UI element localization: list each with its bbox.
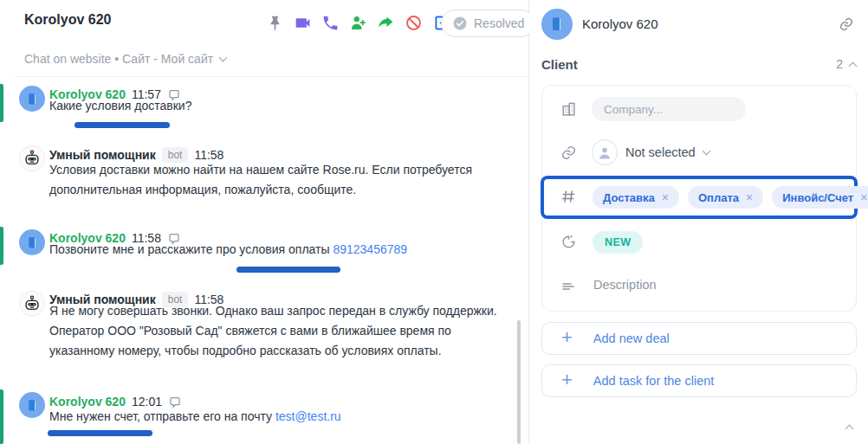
responsible-select[interactable]: Not selected bbox=[625, 145, 709, 159]
status-icon bbox=[560, 233, 577, 250]
plus-icon: + bbox=[561, 370, 573, 389]
contact-name: Korolyov 620 bbox=[582, 16, 658, 31]
unread-indicator bbox=[0, 389, 3, 444]
add-deal-button[interactable]: + Add new deal bbox=[541, 322, 857, 355]
intent-highlight-bar bbox=[48, 430, 152, 436]
bot-avatar[interactable] bbox=[19, 145, 45, 171]
tag[interactable]: Оплата× bbox=[688, 186, 763, 209]
tag-remove-icon[interactable]: × bbox=[860, 190, 867, 204]
tags-icon bbox=[560, 188, 577, 205]
pin-icon[interactable] bbox=[265, 13, 285, 33]
chat-message: Умный помощник bot 11:58 Я не могу совер… bbox=[0, 291, 516, 369]
chat-panel: Korolyov 620 bbox=[0, 0, 529, 444]
add-task-label: Add task for the client bbox=[593, 374, 714, 388]
check-circle-icon bbox=[452, 16, 468, 31]
contact-avatar[interactable] bbox=[19, 86, 45, 112]
block-icon[interactable] bbox=[404, 13, 424, 33]
tag[interactable]: Доставка× bbox=[593, 186, 679, 209]
company-icon bbox=[560, 100, 577, 118]
phone-link[interactable]: 89123456789 bbox=[333, 242, 407, 256]
chat-message: Умный помощник bot 11:58 Условия доставк… bbox=[0, 145, 516, 215]
contact-avatar[interactable] bbox=[541, 9, 573, 40]
tag-label: Оплата bbox=[698, 191, 739, 204]
description-icon bbox=[560, 278, 577, 295]
chat-message: Korolyov 620 12:01 Мне нужен счет, отпра… bbox=[0, 389, 516, 444]
chat-toolbar bbox=[265, 13, 451, 33]
chat-scrollbar[interactable] bbox=[517, 320, 521, 444]
message-text: Мне нужен счет, отправьте его на почту t… bbox=[49, 407, 341, 427]
message-text: Позвоните мне и расскажите про условия о… bbox=[49, 240, 407, 260]
person-icon bbox=[596, 144, 613, 161]
add-deal-label: Add new deal bbox=[593, 331, 670, 345]
channel-breadcrumb-text: Chat on website • Сайт - Мой сайт bbox=[24, 52, 213, 66]
bot-avatar[interactable] bbox=[19, 291, 45, 317]
intent-highlight-bar bbox=[74, 122, 170, 128]
add-task-button[interactable]: + Add task for the client bbox=[541, 364, 857, 397]
chevron-up-icon bbox=[849, 61, 858, 70]
voice-call-icon[interactable] bbox=[321, 13, 340, 33]
resolved-button[interactable]: Resolved bbox=[441, 10, 535, 37]
client-card: Not selected Доставка× Оплата× Инвойс/Сч… bbox=[541, 85, 857, 312]
book-icon bbox=[25, 398, 40, 413]
plus-icon: + bbox=[561, 328, 573, 347]
unread-indicator bbox=[0, 227, 3, 265]
link-icon bbox=[560, 144, 577, 161]
tag-label: Инвойс/Счет bbox=[782, 191, 853, 204]
company-input[interactable] bbox=[592, 97, 746, 121]
resolved-label: Resolved bbox=[474, 16, 524, 30]
chat-title: Korolyov 620 bbox=[24, 12, 111, 28]
book-icon bbox=[25, 92, 40, 106]
client-section-label: Client bbox=[541, 57, 578, 72]
message-text: Я не могу совершать звонки. Однако ваш з… bbox=[49, 301, 503, 361]
book-icon bbox=[25, 235, 40, 250]
collapse-panel-button[interactable] bbox=[846, 420, 852, 435]
chevron-down-icon bbox=[219, 53, 228, 61]
status-badge[interactable]: NEW bbox=[593, 231, 643, 254]
chat-message: Korolyov 620 11:58 Позвоните мне и расск… bbox=[0, 227, 516, 279]
book-icon bbox=[548, 16, 566, 33]
chevron-down-icon bbox=[702, 146, 710, 155]
header-divider bbox=[14, 76, 528, 77]
responsible-avatar[interactable] bbox=[592, 139, 618, 165]
chat-message: Korolyov 620 11:57 Какие условия доставк… bbox=[0, 84, 516, 134]
contact-avatar[interactable] bbox=[19, 392, 45, 418]
message-text: Какие условия доставки? bbox=[49, 96, 191, 116]
app-window: Korolyov 620 bbox=[0, 0, 868, 444]
tag[interactable]: Инвойс/Счет× bbox=[772, 186, 868, 209]
forward-icon[interactable] bbox=[376, 13, 396, 33]
robot-icon bbox=[23, 294, 42, 313]
client-count: 2 bbox=[836, 57, 843, 71]
copy-link-icon[interactable] bbox=[839, 16, 854, 35]
client-section-toggle[interactable]: 2 bbox=[836, 57, 856, 71]
client-sidebar: Korolyov 620 Client 2 Not selected bbox=[530, 0, 868, 444]
tag-remove-icon[interactable]: × bbox=[662, 190, 669, 204]
intent-highlight-bar bbox=[236, 267, 340, 273]
unread-indicator bbox=[0, 84, 3, 122]
message-text: Условия доставки можно найти на нашем са… bbox=[49, 160, 489, 200]
tag-label: Доставка bbox=[603, 191, 655, 204]
tag-remove-icon[interactable]: × bbox=[746, 190, 753, 204]
description-field[interactable]: Description bbox=[593, 278, 657, 292]
channel-breadcrumb[interactable]: Chat on website • Сайт - Мой сайт bbox=[24, 52, 226, 66]
robot-icon bbox=[23, 149, 42, 168]
add-person-icon[interactable] bbox=[348, 13, 368, 33]
chevron-up-icon bbox=[845, 425, 854, 434]
contact-avatar[interactable] bbox=[19, 229, 45, 255]
email-link[interactable]: test@test.ru bbox=[275, 409, 341, 423]
tags-list: Доставка× Оплата× Инвойс/Счет× bbox=[593, 186, 868, 209]
responsible-value: Not selected bbox=[625, 145, 696, 159]
video-call-icon[interactable] bbox=[293, 13, 313, 33]
